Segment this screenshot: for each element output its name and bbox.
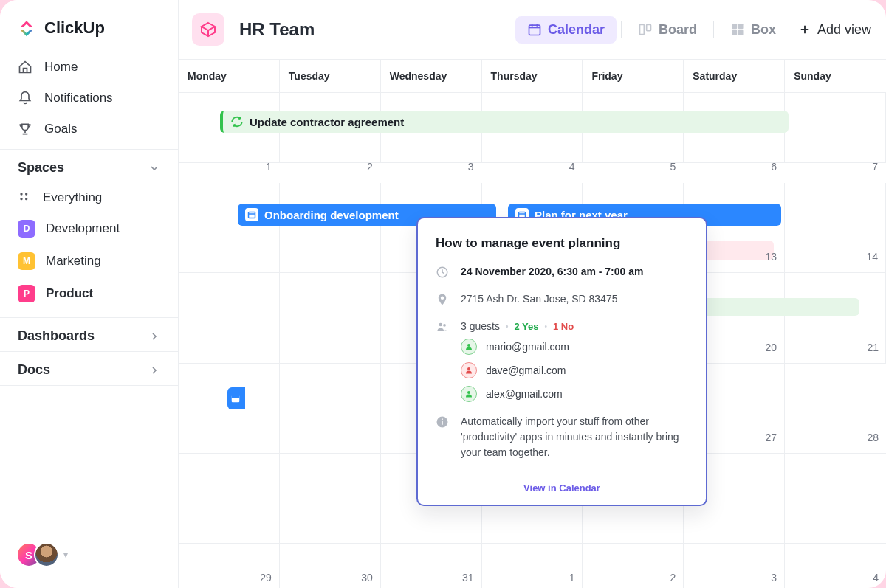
date-number: 5 xyxy=(670,161,676,173)
calendar-cell[interactable]: 2 xyxy=(280,183,381,272)
chevron-right-icon xyxy=(148,331,160,342)
svg-point-2 xyxy=(20,198,22,200)
topbar: HR Team Calendar Board Box A xyxy=(179,0,886,60)
event-label: Update contractor agreement xyxy=(250,116,404,128)
date-number: 28 xyxy=(867,432,879,443)
guest-list: mario@gmail.com dave@gmail.com alex@gmai… xyxy=(461,339,688,402)
svg-point-23 xyxy=(442,418,443,420)
bell-icon xyxy=(18,91,32,106)
view-switcher: Calendar Board Box Add view xyxy=(515,16,871,44)
guest-email: alex@gmail.com xyxy=(486,387,563,402)
calendar-cell[interactable] xyxy=(280,364,381,453)
view-board[interactable]: Board xyxy=(626,16,709,44)
location-icon xyxy=(436,293,449,306)
popup-location-row: 2715 Ash Dr. San Jose, SD 83475 xyxy=(436,291,688,307)
guest-row[interactable]: alex@gmail.com xyxy=(461,386,688,402)
popup-title: How to manage event planning xyxy=(436,236,688,251)
svg-rect-9 xyxy=(732,30,737,35)
calendar-cell[interactable] xyxy=(179,364,280,453)
calendar-cell[interactable]: 4 xyxy=(785,544,886,588)
calendar-cell[interactable] xyxy=(179,273,280,362)
calendar-cell[interactable]: 31 xyxy=(381,544,482,588)
svg-point-3 xyxy=(25,198,27,200)
view-label: Box xyxy=(751,22,776,38)
main-content: HR Team Calendar Board Box A xyxy=(179,0,886,588)
page-title: HR Team xyxy=(239,19,315,40)
view-box[interactable]: Box xyxy=(718,16,788,44)
calendar-cell[interactable] xyxy=(179,454,280,543)
date-number: 20 xyxy=(766,342,777,353)
plus-icon xyxy=(798,23,811,36)
dashboards-section[interactable]: Dashboards xyxy=(0,317,178,351)
space-label: Marketing xyxy=(46,254,101,269)
day-label: Friday xyxy=(583,60,684,92)
popup-info-row: Automatically import your stuff from oth… xyxy=(436,414,688,460)
people-icon xyxy=(436,320,449,333)
guest-row[interactable]: dave@gmail.com xyxy=(461,362,688,378)
calendar-cell[interactable]: 30 xyxy=(280,544,381,588)
spaces-header-label: Spaces xyxy=(18,160,64,176)
calendar-cell[interactable] xyxy=(280,454,381,543)
divider xyxy=(621,21,622,38)
board-icon xyxy=(638,22,653,37)
add-view-button[interactable]: Add view xyxy=(788,22,871,38)
trophy-icon xyxy=(18,122,32,136)
calendar-cell[interactable]: 3 xyxy=(684,544,785,588)
view-calendar[interactable]: Calendar xyxy=(515,16,617,44)
calendar-cell[interactable]: 28 xyxy=(785,454,886,543)
calendar-row: Update contractor agreement xyxy=(179,93,886,163)
profile-switcher[interactable]: S ▾ xyxy=(0,529,178,588)
svg-point-1 xyxy=(25,193,27,195)
guests-yes: 2 Yes xyxy=(514,319,538,334)
space-badge: D xyxy=(18,220,35,238)
space-badge: M xyxy=(18,252,35,270)
guests-no: 1 No xyxy=(553,319,574,334)
clickup-logo-icon xyxy=(16,18,37,38)
guest-status-yes-icon xyxy=(461,339,477,355)
brand-logo[interactable]: ClickUp xyxy=(0,0,178,52)
event-partial[interactable] xyxy=(227,387,245,409)
spaces-header[interactable]: Spaces xyxy=(0,149,178,183)
nav-goals[interactable]: Goals xyxy=(0,114,178,145)
date-number: 3 xyxy=(771,572,777,584)
calendar-mini-icon xyxy=(230,393,241,404)
view-label: Board xyxy=(659,22,697,38)
date-number: 2 xyxy=(670,572,676,584)
docs-section[interactable]: Docs xyxy=(0,351,178,386)
calendar-cell[interactable]: 29 xyxy=(179,544,280,588)
space-everything[interactable]: Everything xyxy=(0,183,178,212)
nav-home[interactable]: Home xyxy=(0,52,178,83)
guest-row[interactable]: mario@gmail.com xyxy=(461,339,688,355)
date-number: 21 xyxy=(867,342,879,353)
date-number: 7 xyxy=(872,161,878,173)
view-in-calendar-link[interactable]: View in Calendar xyxy=(523,482,600,494)
date-number: 31 xyxy=(462,572,474,584)
event-update-contractor[interactable]: Update contractor agreement xyxy=(220,111,789,133)
svg-point-17 xyxy=(443,324,446,327)
nav-label: Notifications xyxy=(44,91,113,106)
svg-rect-22 xyxy=(442,421,443,425)
calendar-cell[interactable] xyxy=(280,273,381,362)
space-label: Everything xyxy=(43,190,102,205)
svg-rect-4 xyxy=(529,25,540,35)
calendar-cell[interactable]: 2 xyxy=(583,544,684,588)
space-badge: P xyxy=(18,285,35,302)
date-number: 29 xyxy=(260,572,272,584)
info-icon xyxy=(436,415,449,429)
space-label: Product xyxy=(46,286,93,301)
calendar-cell[interactable]: 1 xyxy=(179,183,280,272)
space-product[interactable]: P Product xyxy=(0,277,178,310)
space-marketing[interactable]: M Marketing xyxy=(0,245,178,277)
day-label: Saturday xyxy=(684,60,785,92)
calendar-cell[interactable] xyxy=(785,93,886,162)
calendar-cell[interactable]: 1 xyxy=(482,544,583,588)
guest-email: mario@gmail.com xyxy=(486,339,569,355)
day-label: Tuesday xyxy=(280,60,381,92)
space-development[interactable]: D Development xyxy=(0,212,178,245)
event-label: Onboarding development xyxy=(264,209,399,221)
team-icon[interactable] xyxy=(192,13,224,46)
popup-datetime-row: 24 November 2020, 6:30 am - 7:00 am xyxy=(436,264,688,280)
svg-rect-14 xyxy=(232,395,240,398)
chevron-down-icon xyxy=(148,162,160,174)
nav-notifications[interactable]: Notifications xyxy=(0,83,178,114)
